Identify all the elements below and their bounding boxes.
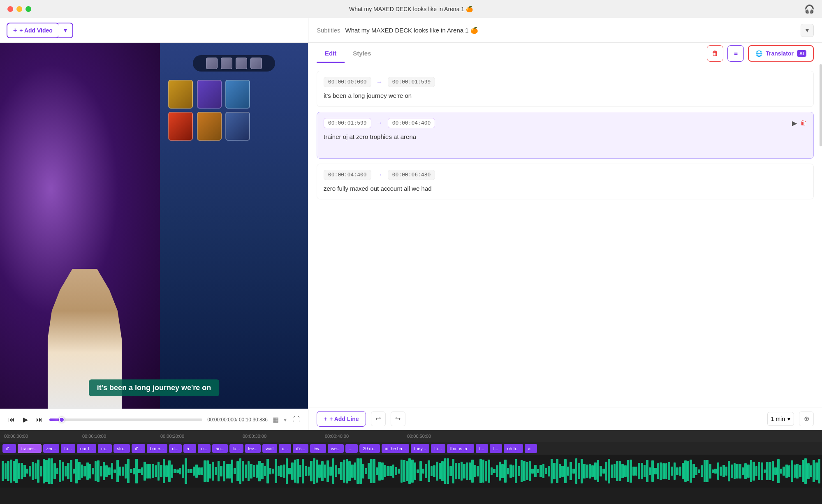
waveform-bar <box>231 460 234 483</box>
waveform-bar <box>509 465 512 478</box>
delete-button[interactable]: 🗑 <box>707 45 723 62</box>
video-container: it's been a long journey we're on <box>0 43 308 409</box>
play-button[interactable]: ▶ <box>21 414 30 425</box>
track-chip-3[interactable]: to... <box>61 444 75 453</box>
end-time-2[interactable]: 00:00:04:400 <box>388 118 435 128</box>
track-chip-11[interactable]: o... <box>198 444 211 453</box>
track-chip-21[interactable]: 20 m... <box>359 444 380 453</box>
close-button[interactable] <box>7 6 13 12</box>
track-chip-0[interactable]: it'... <box>2 444 16 453</box>
track-chip-4[interactable]: our f... <box>77 444 96 453</box>
waveform-bar <box>698 469 700 473</box>
maximize-button[interactable] <box>25 6 31 12</box>
tab-edit[interactable]: Edit <box>317 44 345 63</box>
add-video-dropdown[interactable]: ▾ <box>58 23 73 38</box>
minimize-button[interactable] <box>16 6 22 12</box>
waveform-bar <box>662 463 665 479</box>
track-chip-24[interactable]: to... <box>431 444 445 453</box>
add-video-button[interactable]: + + Add Video <box>7 23 59 38</box>
zoom-icon-button[interactable]: ⊕ <box>799 412 814 426</box>
undo-button[interactable]: ↩ <box>371 412 386 426</box>
track-chip-26[interactable]: t... <box>476 444 488 453</box>
subtitles-dropdown[interactable]: ▾ <box>801 24 814 37</box>
track-chip-8[interactable]: bm e... <box>147 444 167 453</box>
start-time-1[interactable]: 00:00:00:000 <box>324 77 371 87</box>
waveform-bar <box>302 459 304 484</box>
waveform-bar <box>228 464 231 479</box>
tab-styles[interactable]: Styles <box>345 44 379 63</box>
waveform-bar <box>305 466 307 476</box>
timeline-section: 00:00:00:00 00:00:10:00 00:00:20:00 00:0… <box>0 430 822 504</box>
start-time-3[interactable]: 00:00:04:400 <box>324 170 371 180</box>
track-chip-10[interactable]: a... <box>183 444 196 453</box>
entry-text-3[interactable]: zero fully maxed out account all we had <box>324 184 807 194</box>
track-chip-12[interactable]: an... <box>212 444 227 453</box>
waveform-bar <box>553 463 556 479</box>
entry-textarea-2[interactable]: trainer oj at zero trophies at arena <box>324 132 807 151</box>
duration-selector[interactable]: 1 min ▾ <box>767 412 794 426</box>
track-chip-14[interactable]: lev... <box>245 444 261 453</box>
track-chip-22[interactable]: in the ba... <box>382 444 409 453</box>
translator-button[interactable]: 🌐 Translator AI <box>748 45 814 62</box>
waveform-dropdown-icon[interactable]: ▾ <box>284 416 287 423</box>
waveform-bar <box>578 463 580 479</box>
fullscreen-button[interactable]: ⛶ <box>292 414 301 425</box>
waveform-bar <box>515 459 517 483</box>
subtitles-title-input[interactable] <box>345 27 796 34</box>
track-chip-2[interactable]: zer... <box>43 444 60 453</box>
waveform-bar <box>67 463 69 479</box>
waveform-bar <box>144 462 146 481</box>
add-line-button[interactable]: + + Add Line <box>317 411 366 427</box>
progress-thumb[interactable] <box>59 417 65 423</box>
entry-text-1[interactable]: it's been a long journey we're on <box>324 91 807 101</box>
card-item-4 <box>168 112 193 141</box>
waveform-bar <box>755 466 758 476</box>
end-time-1[interactable]: 00:00:01:599 <box>388 77 435 87</box>
redo-button[interactable]: ↪ <box>391 412 405 426</box>
waveform-bar <box>428 460 430 481</box>
list-format-button[interactable]: ≡ <box>727 45 744 62</box>
track-chip-7[interactable]: it'... <box>132 444 145 453</box>
track-chip-1[interactable]: trainer... <box>18 444 42 453</box>
track-chip-18[interactable]: lev... <box>310 444 326 453</box>
ruler-tick-4: 00:00:40:00 <box>325 430 349 442</box>
end-time-3[interactable]: 00:00:06:480 <box>388 170 435 180</box>
waveform-bar <box>201 467 204 475</box>
waveform-bar <box>220 466 222 477</box>
track-chip-20[interactable]: ... <box>345 444 358 453</box>
track-chip-9[interactable]: d... <box>169 444 182 453</box>
waveform-bar <box>264 466 266 476</box>
waveform-bar <box>160 465 162 478</box>
game-icon-1 <box>206 58 218 69</box>
game-panel <box>160 43 308 409</box>
track-chip-16[interactable]: c... <box>279 444 292 453</box>
track-chip-19[interactable]: we... <box>328 444 344 453</box>
track-chip-23[interactable]: they... <box>411 444 429 453</box>
track-chip-15[interactable]: wait <box>262 444 277 453</box>
waveform-icon[interactable]: ▦ <box>273 416 279 423</box>
waveform-bar <box>395 467 397 476</box>
track-chip-5[interactable]: m... <box>98 444 112 453</box>
track-chip-6[interactable]: sto... <box>113 444 130 453</box>
waveform-bar <box>250 464 252 479</box>
track-chip-27[interactable]: f... <box>490 444 502 453</box>
track-chip-28[interactable]: oh h... <box>504 444 523 453</box>
track-chip-17[interactable]: it's... <box>293 444 308 453</box>
waveform-bar <box>717 462 720 480</box>
entry-play-button-2[interactable]: ▶ <box>792 119 797 127</box>
entry-delete-button-2[interactable]: 🗑 <box>800 119 807 127</box>
skip-forward-button[interactable]: ⏭ <box>35 414 44 425</box>
waveform-bar <box>611 465 613 478</box>
progress-bar[interactable] <box>49 418 202 421</box>
waveform-bar <box>2 461 4 481</box>
track-chip-13[interactable]: lo... <box>229 444 243 453</box>
track-chip-29[interactable]: a <box>525 444 537 453</box>
track-chip-25[interactable]: that is ta... <box>447 444 475 453</box>
waveform-bar <box>37 460 39 483</box>
scrollbar[interactable] <box>820 64 822 146</box>
skip-back-button[interactable]: ⏮ <box>7 414 16 425</box>
start-time-2[interactable]: 00:00:01:599 <box>324 118 371 128</box>
ruler-tick-0: 00:00:00:00 <box>4 430 28 442</box>
subtitles-list[interactable]: 00:00:00:000 → 00:00:01:599 it's been a … <box>308 64 822 407</box>
waveform-bar <box>135 459 138 483</box>
